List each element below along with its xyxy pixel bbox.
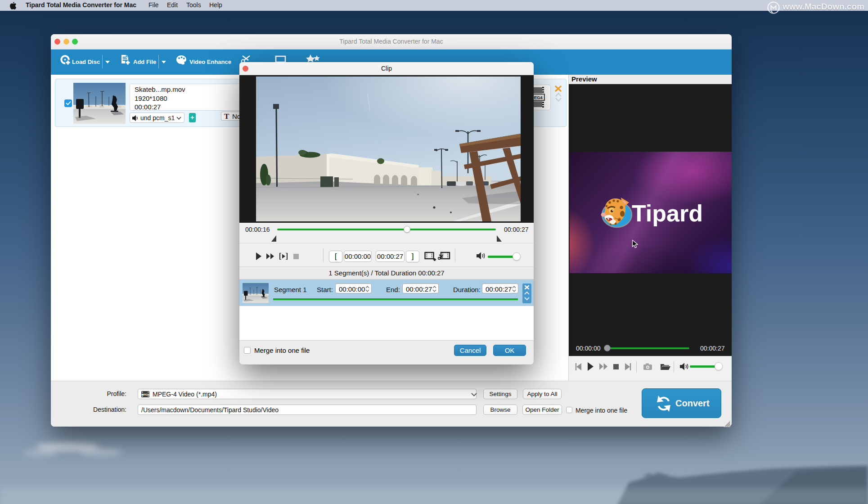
svg-text:MPEG: MPEG [141,393,149,396]
